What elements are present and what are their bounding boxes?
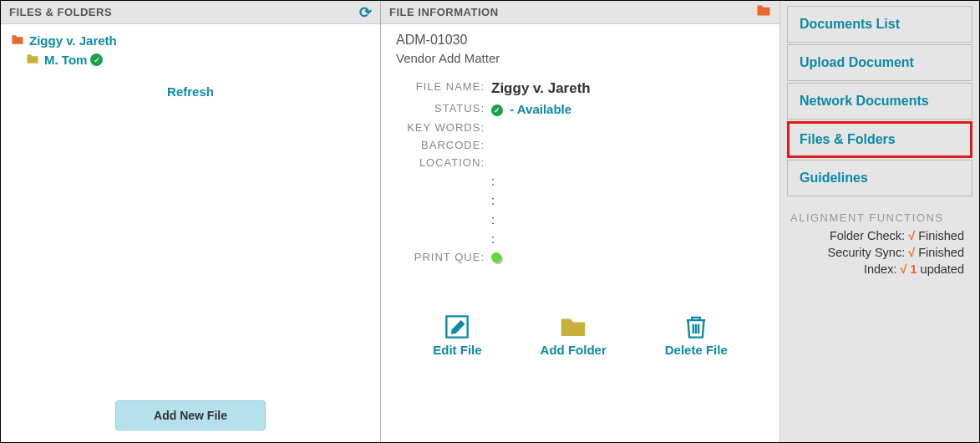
refresh-icon[interactable]: ⟳ (359, 3, 373, 22)
files-folders-header: FILES & FOLDERS ⟳ (1, 1, 380, 24)
file-subtitle: Vendor Add Matter (396, 51, 764, 65)
tree-item-label: M. Tom (44, 53, 87, 67)
alignment-line: Folder Check: √ Finished (787, 229, 972, 242)
delete-file-label: Delete File (665, 343, 728, 357)
tree-item-label: Ziggy v. Jareth (29, 33, 117, 48)
status-text: - Available (510, 102, 571, 116)
files-folders-title: FILES & FOLDERS (9, 6, 112, 18)
label-keywords: KEY WORDS (396, 121, 488, 134)
folder-tree: Ziggy v. JarethM. Tom✓ Refresh (1, 24, 380, 394)
file-info-header: FILE INFORMATION (381, 1, 779, 24)
file-information-panel: FILE INFORMATION ADM-01030 Vendor Add Ma… (381, 1, 780, 442)
nav-item-upload-document[interactable]: Upload Document (787, 44, 972, 81)
status-available-icon: ✓ (491, 104, 503, 116)
folder-icon (756, 3, 771, 21)
tree-item[interactable]: M. Tom✓ (11, 50, 370, 69)
add-new-file-button[interactable]: Add New File (115, 400, 266, 430)
edit-file-button[interactable]: Edit File (433, 311, 481, 357)
nav-item-files-folders[interactable]: Files & Folders (787, 121, 972, 158)
nav-item-network-documents[interactable]: Network Documents (787, 83, 972, 120)
right-sidebar: Documents ListUpload DocumentNetwork Doc… (780, 1, 979, 442)
label-status: STATUS (396, 102, 488, 116)
value-status: ✓ - Available (488, 102, 764, 116)
value-location (488, 156, 764, 169)
label-barcode: BARCODE (396, 139, 488, 151)
tree-item[interactable]: Ziggy v. Jareth (11, 31, 370, 50)
value-keywords (488, 121, 764, 134)
refresh-link[interactable]: Refresh (11, 84, 370, 99)
alignment-line: Security Sync: √ Finished (787, 246, 972, 259)
delete-file-button[interactable]: Delete File (665, 311, 728, 357)
folder-icon (11, 33, 24, 48)
add-folder-label: Add Folder (541, 343, 607, 357)
value-barcode (488, 139, 764, 151)
file-info-body: ADM-01030 Vendor Add Matter FILE NAME Zi… (381, 24, 779, 357)
label-file-name: FILE NAME (396, 80, 488, 97)
value-printque (488, 251, 764, 265)
value-file-name: Ziggy v. Jareth (488, 80, 764, 97)
blank-value: : (488, 232, 764, 246)
nav-item-guidelines[interactable]: Guidelines (787, 160, 972, 196)
file-info-title: FILE INFORMATION (389, 6, 499, 18)
blank-value: : (488, 193, 764, 207)
add-folder-icon (557, 311, 589, 343)
add-folder-button[interactable]: Add Folder (541, 311, 607, 357)
label-location: LOCATION (396, 156, 488, 169)
alignment-functions-header: ALIGNMENT FUNCTIONS (790, 211, 972, 224)
blank-value: : (488, 174, 764, 188)
nav-item-documents-list[interactable]: Documents List (787, 6, 972, 43)
check-icon: ✓ (90, 53, 103, 66)
alignment-line: Index: √ 1 updated (787, 262, 972, 276)
edit-file-label: Edit File (433, 343, 481, 357)
folder-icon (26, 53, 39, 67)
edit-icon (441, 311, 473, 343)
printque-dot-icon (491, 252, 501, 262)
file-id: ADM-01030 (396, 33, 764, 48)
file-actions: Edit File Add Folder Delete File (396, 311, 764, 357)
files-folders-panel: FILES & FOLDERS ⟳ Ziggy v. JarethM. Tom✓… (1, 1, 381, 442)
trash-icon (680, 311, 712, 343)
blank-value: : (488, 212, 764, 227)
label-printque: PRINT QUE (396, 251, 488, 265)
